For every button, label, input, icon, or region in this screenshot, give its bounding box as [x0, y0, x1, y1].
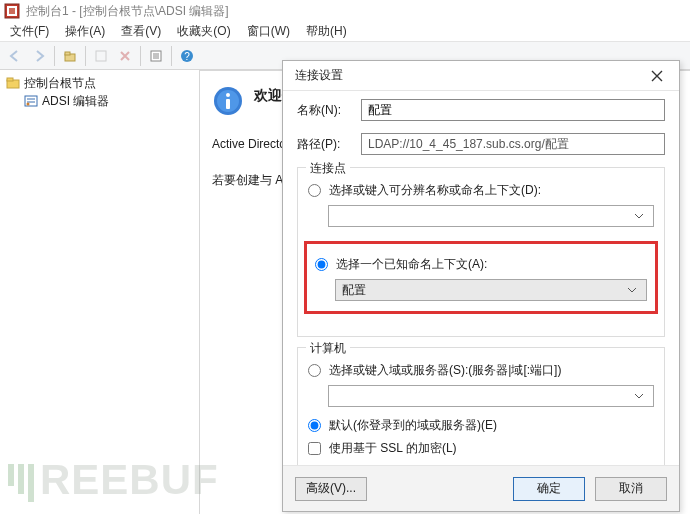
known-nc-radio[interactable] [315, 258, 328, 271]
tb-back-icon[interactable] [4, 45, 26, 67]
svg-rect-5 [96, 51, 106, 61]
ssl-check-label: 使用基于 SSL 的加密(L) [329, 440, 457, 457]
known-nc-combo[interactable]: 配置 [335, 279, 647, 301]
default-radio-row[interactable]: 默认(你登录到的域或服务器)(E) [308, 417, 654, 434]
domain-radio-label: 选择或键入域或服务器(S):(服务器|域[:端口]) [329, 362, 561, 379]
chevron-down-icon [631, 391, 647, 401]
svg-point-15 [27, 103, 30, 106]
svg-rect-13 [7, 78, 13, 81]
svg-text:?: ? [184, 51, 190, 62]
app-icon [4, 3, 20, 19]
svg-rect-4 [65, 52, 70, 55]
dn-radio-label: 选择或键入可分辨名称或命名上下文(D): [329, 182, 541, 199]
dn-combo[interactable] [328, 205, 654, 227]
known-nc-radio-row[interactable]: 选择一个已知命名上下文(A): [315, 256, 647, 273]
ssl-check-row[interactable]: 使用基于 SSL 的加密(L) [308, 440, 654, 457]
default-radio[interactable] [308, 419, 321, 432]
toolbar-separator [54, 46, 55, 66]
advanced-button-label: 高级(V)... [306, 480, 356, 497]
ok-button-label: 确定 [537, 480, 561, 497]
tree-child-node[interactable]: ADSI 编辑器 [2, 92, 197, 110]
domain-radio-row[interactable]: 选择或键入域或服务器(S):(服务器|域[:端口]) [308, 362, 654, 379]
tb-fwd-icon[interactable] [28, 45, 50, 67]
advanced-button[interactable]: 高级(V)... [295, 477, 367, 501]
tb-cut-icon[interactable] [90, 45, 112, 67]
tb-delete-icon[interactable] [114, 45, 136, 67]
tb-prop-icon[interactable] [145, 45, 167, 67]
toolbar-separator [140, 46, 141, 66]
chevron-down-icon [631, 211, 647, 221]
connection-point-group: 连接点 选择或键入可分辨名称或命名上下文(D): 选择一个已知命名上下文(A):… [297, 167, 665, 337]
menu-help[interactable]: 帮助(H) [298, 21, 355, 42]
chevron-down-icon [624, 285, 640, 295]
name-label: 名称(N): [297, 102, 361, 119]
connection-dialog: 连接设置 名称(N): 路径(P): 连接点 选择或键入可分辨名称或命名上下文(… [282, 60, 680, 512]
dn-radio-row[interactable]: 选择或键入可分辨名称或命名上下文(D): [308, 182, 654, 199]
path-input[interactable] [361, 133, 665, 155]
window-titlebar: 控制台1 - [控制台根节点\ADSI 编辑器] [0, 0, 690, 22]
menu-fav[interactable]: 收藏夹(O) [169, 21, 238, 42]
known-nc-radio-label: 选择一个已知命名上下文(A): [336, 256, 487, 273]
menu-file[interactable]: 文件(F) [2, 21, 57, 42]
ok-button[interactable]: 确定 [513, 477, 585, 501]
toolbar-separator [171, 46, 172, 66]
window-title: 控制台1 - [控制台根节点\ADSI 编辑器] [26, 3, 229, 20]
tree-root-node[interactable]: 控制台根节点 [2, 74, 197, 92]
toolbar-separator [85, 46, 86, 66]
dialog-titlebar: 连接设置 [283, 61, 679, 91]
svg-rect-18 [226, 99, 230, 109]
known-nc-value: 配置 [342, 282, 366, 299]
domain-combo[interactable] [328, 385, 654, 407]
connection-point-legend: 连接点 [306, 160, 350, 177]
dialog-title: 连接设置 [295, 67, 343, 84]
menu-view[interactable]: 查看(V) [113, 21, 169, 42]
path-label: 路径(P): [297, 136, 361, 153]
computer-legend: 计算机 [306, 340, 350, 357]
tree-pane: 控制台根节点 ADSI 编辑器 [0, 70, 200, 514]
ssl-checkbox[interactable] [308, 442, 321, 455]
tree-child-label: ADSI 编辑器 [42, 93, 109, 110]
tb-up-icon[interactable] [59, 45, 81, 67]
tb-help-icon[interactable]: ? [176, 45, 198, 67]
computer-group: 计算机 选择或键入域或服务器(S):(服务器|域[:端口]) 默认(你登录到的域… [297, 347, 665, 465]
cancel-button[interactable]: 取消 [595, 477, 667, 501]
tree-root-label: 控制台根节点 [24, 75, 96, 92]
menubar: 文件(F) 操作(A) 查看(V) 收藏夹(O) 窗口(W) 帮助(H) [0, 22, 690, 42]
dialog-footer: 高级(V)... 确定 取消 [283, 465, 679, 511]
domain-radio[interactable] [308, 364, 321, 377]
svg-point-19 [226, 93, 230, 97]
menu-window[interactable]: 窗口(W) [239, 21, 298, 42]
cancel-button-label: 取消 [619, 480, 643, 497]
highlight-box: 选择一个已知命名上下文(A): 配置 [304, 241, 658, 314]
default-radio-label: 默认(你登录到的域或服务器)(E) [329, 417, 497, 434]
folder-icon [6, 76, 20, 90]
menu-action[interactable]: 操作(A) [57, 21, 113, 42]
dn-radio[interactable] [308, 184, 321, 197]
name-input[interactable] [361, 99, 665, 121]
svg-rect-2 [9, 8, 15, 14]
close-icon[interactable] [643, 66, 671, 86]
adsi-icon [24, 94, 38, 108]
info-icon [212, 85, 244, 117]
